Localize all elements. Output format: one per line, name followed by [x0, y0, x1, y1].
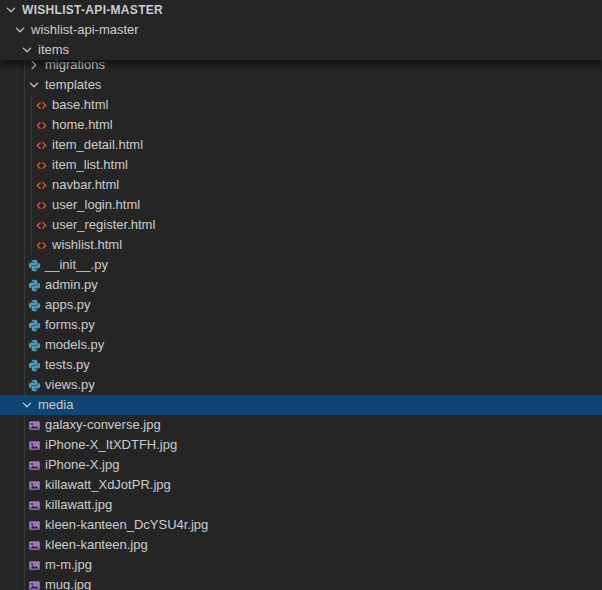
- tree-item-home-html[interactable]: home.html: [0, 115, 602, 135]
- chevron-down-icon[interactable]: [19, 42, 35, 58]
- python-icon: [26, 377, 42, 393]
- tree-item-label: items: [38, 40, 69, 60]
- image-icon: [26, 477, 42, 493]
- tree-item-label: item_detail.html: [52, 135, 143, 155]
- tree-item-label: wishlist-api-master: [31, 20, 139, 40]
- image-icon: [26, 437, 42, 453]
- tree-item-label: wishlist.html: [52, 235, 122, 255]
- tree-item-items[interactable]: items: [0, 40, 602, 60]
- tree-item-kleen-kanteen-jpg[interactable]: kleen-kanteen.jpg: [0, 535, 602, 555]
- image-icon: [26, 417, 42, 433]
- python-icon: [26, 337, 42, 353]
- tree-item-label: iPhone-X.jpg: [45, 455, 119, 475]
- tree-item-navbar-html[interactable]: navbar.html: [0, 175, 602, 195]
- html-icon: [33, 237, 49, 253]
- tree-item-label: __init__.py: [45, 255, 108, 275]
- tree-item-wishlist-html[interactable]: wishlist.html: [0, 235, 602, 255]
- tree-item-label: killawatt_XdJotPR.jpg: [45, 475, 171, 495]
- image-icon: [26, 537, 42, 553]
- tree-item-views-py[interactable]: views.py: [0, 375, 602, 395]
- image-icon: [26, 457, 42, 473]
- tree-item-label: admin.py: [45, 275, 98, 295]
- tree-item-mug-jpg[interactable]: mug.jpg: [0, 575, 602, 590]
- html-icon: [33, 137, 49, 153]
- sticky-folder-headers: WISHLIST-API-MASTERwishlist-api-masterit…: [0, 0, 602, 60]
- tree-item-label: models.py: [45, 335, 104, 355]
- tree-item-forms-py[interactable]: forms.py: [0, 315, 602, 335]
- tree-item-user-register-html[interactable]: user_register.html: [0, 215, 602, 235]
- tree-item-wishlist-api-master[interactable]: wishlist-api-master: [0, 20, 602, 40]
- tree-item-admin-py[interactable]: admin.py: [0, 275, 602, 295]
- tree-item-kleen-kanteen-dcysu4r-jpg[interactable]: kleen-kanteen_DcYSU4r.jpg: [0, 515, 602, 535]
- chevron-down-icon[interactable]: [3, 2, 19, 18]
- image-icon: [26, 517, 42, 533]
- html-icon: [33, 217, 49, 233]
- tree-item-label: templates: [45, 75, 101, 95]
- tree-item-item-list-html[interactable]: item_list.html: [0, 155, 602, 175]
- python-icon: [26, 257, 42, 273]
- tree-item-user-login-html[interactable]: user_login.html: [0, 195, 602, 215]
- html-icon: [33, 177, 49, 193]
- python-icon: [26, 317, 42, 333]
- image-icon: [26, 497, 42, 513]
- tree-item-label: mug.jpg: [45, 575, 91, 590]
- python-icon: [26, 297, 42, 313]
- image-icon: [26, 557, 42, 573]
- chevron-down-icon[interactable]: [26, 77, 42, 93]
- tree-item-iphone-x-itxdtfh-jpg[interactable]: iPhone-X_ItXDTFH.jpg: [0, 435, 602, 455]
- explorer-sidebar: WISHLIST-API-MASTERwishlist-api-masterit…: [0, 0, 602, 590]
- tree-item-label: iPhone-X_ItXDTFH.jpg: [45, 435, 177, 455]
- html-icon: [33, 117, 49, 133]
- tree-item-label: user_register.html: [52, 215, 155, 235]
- html-icon: [33, 157, 49, 173]
- file-tree: migrationstemplatesbase.htmlhome.htmlite…: [0, 55, 602, 590]
- tree-item-label: base.html: [52, 95, 108, 115]
- tree-item-m-m-jpg[interactable]: m-m.jpg: [0, 555, 602, 575]
- tree-item-apps-py[interactable]: apps.py: [0, 295, 602, 315]
- tree-item-label: kleen-kanteen_DcYSU4r.jpg: [45, 515, 208, 535]
- python-icon: [26, 277, 42, 293]
- html-icon: [33, 97, 49, 113]
- tree-item-label: m-m.jpg: [45, 555, 92, 575]
- chevron-down-icon[interactable]: [19, 397, 35, 413]
- tree-item-label: item_list.html: [52, 155, 128, 175]
- tree-item-label: forms.py: [45, 315, 95, 335]
- tree-item-label: killawatt.jpg: [45, 495, 112, 515]
- html-icon: [33, 197, 49, 213]
- tree-item-item-detail-html[interactable]: item_detail.html: [0, 135, 602, 155]
- python-icon: [26, 357, 42, 373]
- tree-item-killawatt-jpg[interactable]: killawatt.jpg: [0, 495, 602, 515]
- tree-item-iphone-x-jpg[interactable]: iPhone-X.jpg: [0, 455, 602, 475]
- tree-item-label: apps.py: [45, 295, 91, 315]
- tree-item-models-py[interactable]: models.py: [0, 335, 602, 355]
- tree-item-label: home.html: [52, 115, 113, 135]
- tree-item-templates[interactable]: templates: [0, 75, 602, 95]
- tree-item-wishlist-api-master[interactable]: WISHLIST-API-MASTER: [0, 0, 602, 20]
- tree-item-galaxy-converse-jpg[interactable]: galaxy-converse.jpg: [0, 415, 602, 435]
- tree-item-label: navbar.html: [52, 175, 119, 195]
- tree-item-killawatt-xdjotpr-jpg[interactable]: killawatt_XdJotPR.jpg: [0, 475, 602, 495]
- tree-item-tests-py[interactable]: tests.py: [0, 355, 602, 375]
- tree-item-init-py[interactable]: __init__.py: [0, 255, 602, 275]
- chevron-down-icon[interactable]: [12, 22, 28, 38]
- tree-item-label: galaxy-converse.jpg: [45, 415, 161, 435]
- tree-item-base-html[interactable]: base.html: [0, 95, 602, 115]
- tree-item-label: media: [38, 395, 73, 415]
- tree-item-label: WISHLIST-API-MASTER: [22, 0, 163, 20]
- tree-item-label: views.py: [45, 375, 95, 395]
- tree-item-label: kleen-kanteen.jpg: [45, 535, 148, 555]
- tree-item-label: user_login.html: [52, 195, 140, 215]
- tree-item-media[interactable]: media: [0, 395, 602, 415]
- image-icon: [26, 577, 42, 590]
- tree-item-label: tests.py: [45, 355, 90, 375]
